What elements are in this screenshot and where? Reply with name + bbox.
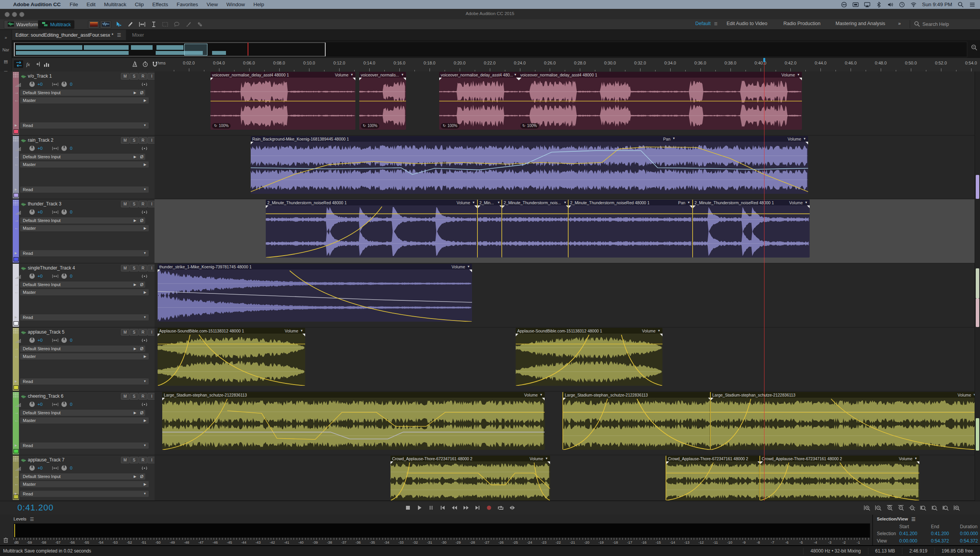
track-mute-button[interactable]: M [121,457,129,463]
track-input-selector[interactable]: Default Stereo Input▶ [20,90,139,96]
track-output-selector[interactable]: Master▶ [20,97,149,103]
clip-envelope-selector-pan[interactable]: Pan▼ [663,137,676,141]
fade-out-handle-icon[interactable] [469,270,472,272]
clip-header[interactable]: 2_Min...▼ [478,200,502,205]
track-solo-button[interactable]: S [130,73,138,80]
pan-value[interactable]: 0 [70,82,72,86]
clip-envelope-selector[interactable]: Volume▼ [530,456,550,461]
zoom-to-selection-button[interactable] [941,504,950,512]
record-button[interactable] [484,504,494,512]
pan-value[interactable]: 0 [70,466,72,470]
monitor-speaker-icon[interactable] [141,337,148,345]
phase-invert-button[interactable]: Ø [138,154,145,160]
audio-clip[interactable]: 2_Minute_Thunderstorm_noiseRed 48000 1Pa… [568,200,692,258]
automation-expand-icon[interactable]: ▸ [15,314,17,320]
move-tool[interactable] [114,20,124,28]
panel-menu-icon[interactable]: ☰ [117,32,122,38]
audio-clip[interactable]: 2_Minute_Thunderstorm_nois...▼ [501,200,569,258]
fade-in-handle-icon[interactable] [502,205,505,208]
waveform-display-button[interactable] [100,20,111,29]
skip-to-start-button[interactable] [438,504,447,512]
fade-in-handle-icon[interactable] [519,78,521,80]
waveform-view-button[interactable]: Waveform [4,20,42,29]
clip-envelope-selector[interactable]: Volume▼ [457,200,477,205]
levels-panel-menu-icon[interactable]: ☰ [30,517,34,522]
track-grip-icon[interactable] [13,264,19,270]
fade-out-handle-icon[interactable] [807,205,810,208]
fade-out-handle-icon[interactable] [542,398,545,400]
workspace-default[interactable]: Default☰ [695,21,718,26]
track-lane-4[interactable]: thunder_strike_1-Mike_Koenig-739781745 4… [155,263,980,327]
track-output-selector[interactable]: Master▶ [20,289,149,295]
time-machine-icon[interactable] [899,2,905,8]
clip-header[interactable]: Applause-SoundBible.com-151138312 48000 … [158,328,305,334]
track-arm-record-button[interactable]: R [139,137,147,144]
audio-clip[interactable]: Large_Stadium-stephan_schutze-2122836113… [162,392,545,450]
fade-in-handle-icon[interactable] [711,398,713,400]
multitrack-view-button[interactable]: Multitrack [38,20,75,29]
clip-stretch-badge[interactable]: ↻100% [520,123,539,129]
fade-in-handle-icon[interactable] [666,461,669,464]
search-help-box[interactable]: Search Help [910,20,980,28]
volume-knob[interactable] [29,465,35,473]
volume-value[interactable]: +0 [37,274,42,278]
clip-header[interactable]: voiceover_normalise_delay_asst4 48000 1V… [519,72,802,78]
audio-clip[interactable]: Large_Stadium-stephan_schutze-2122836113… [710,392,978,450]
volume-knob[interactable] [29,401,35,409]
metering-icon[interactable] [42,60,50,68]
selection-view-value[interactable]: 0:54.372 [960,538,978,544]
clip-header[interactable]: Large_Stadium-stephan_schutze-2122836113 [563,392,711,398]
skip-selection-button[interactable] [508,504,517,512]
track-arm-record-button[interactable]: R [139,265,147,271]
zoom-out-vertical-button[interactable] [873,504,883,512]
volume-value[interactable]: +0 [37,82,42,86]
loop-playback-button[interactable] [496,504,505,512]
track-mute-button[interactable]: M [121,265,129,271]
workspace-menu-icon[interactable]: ☰ [714,22,718,26]
menu-item-clip[interactable]: Clip [131,2,148,7]
audio-clip[interactable]: 2_Minute_Thunderstorm_noiseRed 48000 1Vo… [266,200,477,258]
track-input-selector[interactable]: Default Stereo Input▶ [20,217,139,224]
audio-clip[interactable]: 2_Min...▼ [477,200,502,258]
clip-envelope-selector[interactable]: Volume▼ [452,264,472,269]
skip-to-end-button[interactable] [473,504,482,512]
menu-item-multitrack[interactable]: Multitrack [100,2,131,7]
track-input-selector[interactable]: Default Stereo Input▶ [20,346,139,352]
pan-knob[interactable] [61,465,67,473]
fade-in-handle-icon[interactable] [439,78,442,80]
track-output-selector[interactable]: Master▶ [20,481,149,487]
automation-mode-selector[interactable]: Read▼ [20,314,149,320]
clip-envelope-selector[interactable]: ▼ [401,73,406,76]
workspace-overflow-chevron[interactable]: » [898,21,901,26]
track-solo-button[interactable]: S [130,329,138,336]
fade-out-handle-icon[interactable] [805,142,808,144]
marquee-selection-tool[interactable] [161,20,170,28]
timeline-vertical-scrollbar[interactable] [975,71,980,501]
phase-invert-button[interactable]: Ø [138,217,145,224]
playhead-line[interactable] [764,62,764,501]
menu-item-edit[interactable]: Edit [82,2,100,7]
automation-mode-selector[interactable]: Read▼ [20,122,149,129]
fade-in-handle-icon[interactable] [760,461,763,464]
fade-in-handle-icon[interactable] [162,398,165,400]
clip-envelope-selector[interactable]: Volume▼ [781,73,802,77]
clip-header[interactable]: voiceover_normalise_delay_asst4 480...▼ [439,72,519,78]
pan-knob[interactable] [61,209,67,217]
workspace-edit-audio-to-video[interactable]: Edit Audio to Video [727,21,767,26]
zoom-full-vertical-button[interactable] [952,504,961,512]
track-solo-button[interactable]: S [130,265,138,271]
selection-view-menu-icon[interactable]: ☰ [911,517,916,522]
clip-header[interactable]: 2_Minute_Thunderstorm_noiseRed 48000 1Vo… [266,200,477,205]
menu-item-file[interactable]: File [65,2,82,7]
volume-icon[interactable] [887,2,893,8]
audio-clip[interactable]: Crowd_Applause-Thore-672347161 48000 2Vo… [391,456,550,500]
volume-value[interactable]: +0 [37,210,42,214]
zoom-out-full-button[interactable] [907,504,917,512]
pan-value[interactable]: 0 [70,274,72,278]
fade-out-handle-icon[interactable] [302,334,305,336]
track-solo-button[interactable]: S [130,393,138,400]
volume-value[interactable]: +0 [37,146,42,151]
display-icon[interactable] [853,2,859,8]
automation-mode-selector[interactable]: Read▼ [20,250,149,256]
clear-clip-indicators-icon[interactable] [3,537,8,544]
